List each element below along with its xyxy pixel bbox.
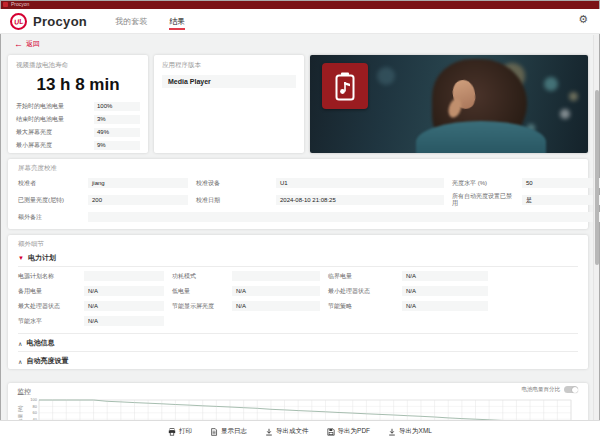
back-arrow-icon: ←	[14, 39, 23, 49]
apps-title: 应用程序版本	[162, 61, 296, 70]
auto-brightness-section-header[interactable]: ∧ 自动亮度设置	[18, 352, 578, 369]
footer-button-label: 导出成文件	[276, 427, 309, 436]
toggle-switch[interactable]	[564, 386, 578, 393]
app-header: UL Procyon 我的套装 结果 ⚙	[0, 9, 600, 34]
summary-rows: 开始时的电池电量100%结束时的电池电量3%最大屏幕亮度49%最小屏幕亮度9%	[16, 102, 140, 150]
field-value[interactable]: N/A	[232, 286, 320, 296]
brightness-calibration-card: 屏幕亮度校准 校准者jiang校准设备U1亮度水平 (%)50已测量亮度(尼特)…	[8, 159, 588, 229]
field-label: 功耗模式	[172, 273, 224, 280]
power-plan-label: 电力计划	[28, 253, 56, 263]
footer-button-导出为PDF[interactable]: 导出为PDF	[327, 422, 371, 440]
field-value[interactable]: N/A	[84, 286, 164, 296]
battery-info-section-header[interactable]: ∧ 电池信息	[18, 334, 578, 351]
footer-button-label: 导出为PDF	[338, 427, 371, 436]
field-value[interactable]	[232, 271, 320, 281]
chart-toggle-label: 电池电量百分比	[522, 386, 561, 393]
ul-logo-icon: UL	[10, 13, 27, 30]
field-label: 最小处理器状态	[328, 288, 394, 295]
back-label: 返回	[26, 39, 40, 49]
footer-button-导出成文件[interactable]: 导出成文件	[265, 422, 309, 440]
field-value[interactable]: N/A	[402, 286, 488, 296]
field-label: 节能策略	[328, 303, 394, 310]
calibration-title: 屏幕亮度校准	[18, 164, 578, 173]
field-label: 额外备注	[18, 214, 80, 221]
field-value[interactable]	[84, 271, 164, 281]
field-value[interactable]: N/A	[402, 271, 488, 281]
field-value[interactable]: 2024-08-10 21:08:25	[276, 195, 444, 205]
printer-icon	[168, 422, 179, 440]
summary-row-label: 结束时的电池电量	[16, 115, 64, 124]
ul-logo-text: UL	[13, 17, 23, 25]
battery-duration: 13 h 8 min	[16, 75, 140, 95]
field-label: 亮度水平 (%)	[452, 180, 514, 187]
download-icon	[388, 422, 399, 440]
brand-wordmark: Procyon	[33, 14, 87, 29]
summary-row: 最小屏幕亮度9%	[16, 141, 140, 150]
footer-button-label: 导出为XML	[399, 427, 432, 436]
field-label: 临界电量	[328, 273, 394, 280]
svg-text:80: 80	[33, 404, 38, 409]
power-plan-section-header[interactable]: ▼ 电力计划	[18, 249, 578, 266]
footer-button-打印[interactable]: 打印	[168, 422, 192, 440]
chart-toggle[interactable]: 电池电量百分比	[522, 386, 579, 393]
field-label: 节能水平	[18, 318, 76, 325]
chevron-down-icon: ▼	[18, 255, 24, 261]
field-label: 校准者	[18, 180, 80, 187]
additional-details-card: 额外细节 ▼ 电力计划 电源计划名称功耗模式临界电量N/A备用电量N/A低电量N…	[8, 235, 588, 369]
summary-title: 视频播放电池寿命	[16, 61, 140, 70]
svg-text:60: 60	[33, 410, 38, 415]
details-title: 额外细节	[18, 240, 578, 249]
field-value[interactable]: N/A	[84, 316, 164, 326]
download-icon	[265, 422, 276, 440]
chevron-up-icon: ∧	[18, 340, 22, 347]
summary-row-label: 开始时的电池电量	[16, 102, 64, 111]
field-label: 电源计划名称	[18, 273, 76, 280]
scrollbar-thumb[interactable]	[595, 90, 599, 265]
chart-title: 监控	[17, 387, 31, 397]
footer-button-显示日志[interactable]: 显示日志	[210, 422, 247, 440]
field-label: 校准设备	[196, 180, 268, 187]
tab-results[interactable]: 结果	[169, 9, 185, 33]
field-value[interactable]: 200	[88, 195, 188, 205]
field-label: 低电量	[172, 288, 224, 295]
field-value[interactable]: 是	[522, 195, 600, 205]
application-versions-card: 应用程序版本 Media Player	[154, 55, 304, 153]
field-label: 备用电量	[18, 288, 76, 295]
tab-my-suites[interactable]: 我的套装	[115, 9, 147, 33]
auto-brightness-label: 自动亮度设置	[26, 356, 68, 366]
field-label: 最大处理器状态	[18, 303, 76, 310]
field-label: 所有自动亮度设置已禁用	[452, 193, 514, 207]
app-version-item[interactable]: Media Player	[162, 75, 296, 88]
field-value[interactable]: 50	[522, 178, 600, 188]
field-label: 节能显示屏亮度	[172, 303, 224, 310]
field-value[interactable]	[88, 212, 600, 222]
battery-info-label: 电池信息	[26, 338, 54, 348]
back-button[interactable]: ← 返回	[0, 34, 600, 53]
field-value[interactable]: N/A	[84, 301, 164, 311]
main-tabs: 我的套装 结果	[115, 9, 207, 33]
field-label: 校准日期	[196, 197, 268, 204]
field-value[interactable]: U1	[276, 178, 444, 188]
document-icon	[210, 422, 221, 440]
window-titlebar: Procyon	[0, 0, 600, 9]
summary-row: 最大屏幕亮度49%	[16, 128, 140, 137]
window-title: Procyon	[11, 2, 29, 7]
footer-button-label: 显示日志	[221, 427, 247, 436]
footer-button-导出为XML[interactable]: 导出为XML	[388, 422, 432, 440]
field-label: 已测量亮度(尼特)	[18, 197, 80, 204]
summary-row-value: 9%	[94, 141, 140, 150]
benchmark-hero-image	[310, 55, 588, 153]
app-icon	[3, 2, 8, 7]
main-content: ← 返回 视频播放电池寿命 13 h 8 min 开始时的电池电量100%结束时…	[0, 34, 600, 441]
summary-row: 结束时的电池电量3%	[16, 115, 140, 124]
summary-row-label: 最小屏幕亮度	[16, 141, 52, 150]
calibration-fields: 校准者jiang校准设备U1亮度水平 (%)50已测量亮度(尼特)200校准日期…	[18, 178, 578, 222]
summary-row: 开始时的电池电量100%	[16, 102, 140, 111]
vertical-scrollbar[interactable]	[593, 35, 599, 420]
settings-gear-icon[interactable]: ⚙	[578, 13, 588, 26]
summary-row-value: 100%	[94, 102, 140, 111]
summary-row-value: 3%	[94, 115, 140, 124]
field-value[interactable]: N/A	[232, 301, 320, 311]
field-value[interactable]: jiang	[88, 178, 188, 188]
field-value[interactable]: N/A	[402, 301, 488, 311]
